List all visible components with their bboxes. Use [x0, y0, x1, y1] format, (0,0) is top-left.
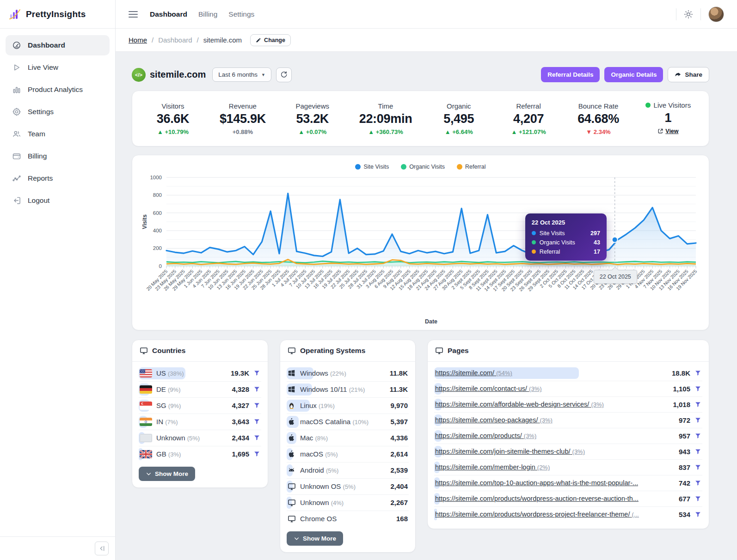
- live-visitors-view-link[interactable]: View: [657, 128, 678, 134]
- refresh-icon: [280, 71, 287, 78]
- sidebar-item-logout[interactable]: Logout: [6, 190, 110, 211]
- page-link[interactable]: https://sitemile.com/affordable-web-desi…: [435, 401, 604, 408]
- stat-label: Referral: [505, 102, 552, 110]
- country-row: DE (9%)4,328: [139, 382, 261, 398]
- countries-panel-header: Countries: [132, 340, 268, 362]
- refresh-button[interactable]: [276, 67, 292, 82]
- filter-funnel-icon[interactable]: [694, 464, 701, 471]
- page-link[interactable]: https://sitemile.com/ (54%): [435, 369, 512, 377]
- filter-funnel-icon[interactable]: [253, 386, 260, 393]
- stat-bounce-rate: Bounce Rate64.68%▼ 2.34%: [575, 102, 621, 135]
- theme-toggle-sun-icon[interactable]: [684, 10, 693, 19]
- stat-delta: ▼ 2.34%: [575, 128, 621, 135]
- legend-organic-visits[interactable]: Organic Visits: [401, 164, 445, 170]
- os-row: Unknown (4%)2,267: [287, 495, 409, 511]
- os-row: Windows (22%)11.8K: [287, 365, 409, 382]
- filter-funnel-icon[interactable]: [253, 418, 260, 425]
- stats-summary-card: Visitors36.6K▲ +10.79%Revenue$145.9K+0.8…: [132, 91, 709, 146]
- date-range-dropdown[interactable]: Last 6 months ▼: [212, 67, 271, 82]
- sidebar-footer: [0, 536, 115, 560]
- breadcrumb: Home / Dashboard / sitemile.com Change: [116, 29, 737, 52]
- visits-chart[interactable]: 0200400600800100020 May 202523 May 20252…: [140, 171, 701, 327]
- tooltip-date: 22 Oct 2025: [532, 219, 600, 226]
- top-nav-settings[interactable]: Settings: [228, 10, 254, 18]
- page-row: https://sitemile.com/contact-us/ (3%)1,1…: [434, 381, 702, 397]
- filter-funnel-icon[interactable]: [694, 480, 701, 487]
- menu-icon[interactable]: [129, 11, 138, 18]
- filter-funnel-icon[interactable]: [253, 434, 260, 441]
- sidebar-collapse-button[interactable]: [95, 542, 109, 555]
- top-nav-billing[interactable]: Billing: [198, 10, 217, 18]
- filter-funnel-icon[interactable]: [694, 448, 701, 455]
- page-link[interactable]: https://sitemile.com/products/ (3%): [435, 432, 536, 439]
- page-row: https://sitemile.com/products/wordpress-…: [434, 491, 702, 507]
- stat-delta: ▲ +0.07%: [289, 128, 336, 135]
- sidebar-item-dashboard[interactable]: Dashboard: [6, 35, 110, 55]
- stat-value: 36.6K: [150, 112, 196, 126]
- breadcrumb-separator: /: [152, 36, 154, 44]
- filter-funnel-icon[interactable]: [694, 370, 701, 377]
- filter-funnel-icon[interactable]: [253, 402, 260, 409]
- filter-funnel-icon[interactable]: [253, 370, 260, 377]
- referral-details-button[interactable]: Referral Details: [541, 67, 600, 82]
- country-row: IN (7%)3,643: [139, 414, 261, 430]
- filter-funnel-icon[interactable]: [694, 385, 701, 392]
- filter-funnel-icon[interactable]: [694, 495, 701, 502]
- page-link[interactable]: https://sitemile.com/join-sitemile-theme…: [435, 448, 585, 455]
- svg-text:800: 800: [153, 192, 162, 198]
- page-link[interactable]: https://sitemile.com/seo-packages/ (3%): [435, 416, 553, 424]
- sidebar-item-label: Product Analytics: [28, 85, 83, 94]
- page-link[interactable]: https://sitemile.com/contact-us/ (3%): [435, 385, 542, 392]
- svg-text:0: 0: [159, 263, 162, 269]
- sidebar-item-team[interactable]: Team: [6, 124, 110, 144]
- filter-funnel-icon[interactable]: [694, 401, 701, 408]
- page-link[interactable]: https://sitemile.com/member-login (2%): [435, 463, 550, 471]
- legend-referral[interactable]: Referral: [457, 164, 485, 170]
- users-icon: [12, 129, 21, 139]
- page-link[interactable]: https://sitemile.com/products/wordpress-…: [435, 495, 639, 502]
- breadcrumb-home-link[interactable]: Home: [129, 36, 147, 44]
- row-value: 11.3K: [390, 385, 408, 393]
- tooltip-series-dot: [532, 250, 536, 254]
- sidebar-item-label: Live View: [28, 63, 58, 72]
- organic-details-button[interactable]: Organic Details: [604, 67, 663, 82]
- share-button[interactable]: Share: [668, 67, 709, 82]
- filter-funnel-icon[interactable]: [694, 432, 701, 439]
- row-value: 2,614: [390, 450, 408, 458]
- sidebar-item-settings[interactable]: Settings: [6, 102, 110, 122]
- monitor-icon: [288, 347, 296, 355]
- os-row: Android (5%)2,539: [287, 463, 409, 479]
- sidebar-item-label: Logout: [28, 196, 49, 205]
- chevron-down-icon: [146, 471, 152, 477]
- chart-tooltip: 22 Oct 2025Site Visits297Organic Visits4…: [525, 213, 607, 261]
- countries-panel: CountriesUS (38%)19.3KDE (9%)4,328SG (9%…: [132, 340, 268, 488]
- countries-show-more-button[interactable]: Show More: [139, 467, 195, 481]
- sidebar-item-product-analytics[interactable]: Product Analytics: [6, 79, 110, 100]
- sidebar-item-live-view[interactable]: Live View: [6, 57, 110, 78]
- stat-visitors: Visitors36.6K▲ +10.79%: [150, 102, 196, 135]
- change-site-button[interactable]: Change: [250, 34, 291, 46]
- page-row: https://sitemile.com/member-login (2%)83…: [434, 460, 702, 475]
- country-row: US (38%)19.3K: [139, 365, 261, 382]
- chevron-down-icon: ▼: [261, 73, 265, 77]
- country-row: GB (3%)1,695: [139, 446, 261, 462]
- flag-sg-icon: [140, 402, 152, 410]
- legend-site-visits[interactable]: Site Visits: [355, 164, 389, 170]
- page-link[interactable]: https://sitemile.com/top-10-auction-apps…: [435, 479, 638, 487]
- filter-funnel-icon[interactable]: [694, 417, 701, 424]
- top-nav-dashboard[interactable]: Dashboard: [150, 10, 187, 18]
- bars-icon: [12, 85, 21, 94]
- sidebar-item-billing[interactable]: Billing: [6, 146, 110, 166]
- stat-delta: ▲ +6.64%: [436, 128, 482, 135]
- row-value: 2,404: [390, 482, 408, 490]
- page-link[interactable]: https://sitemile.com/products/wordpress-…: [435, 511, 639, 518]
- os-show-more-button[interactable]: Show More: [287, 531, 343, 546]
- user-avatar[interactable]: [708, 6, 724, 22]
- stat-live-visitors: Live Visitors1View: [645, 101, 691, 136]
- share-icon: [675, 71, 682, 78]
- top-nav: DashboardBillingSettings: [150, 10, 254, 18]
- sidebar-item-reports[interactable]: Reports: [6, 168, 110, 189]
- row-value: 1,105: [673, 385, 690, 393]
- filter-funnel-icon[interactable]: [253, 450, 260, 457]
- filter-funnel-icon[interactable]: [694, 511, 701, 518]
